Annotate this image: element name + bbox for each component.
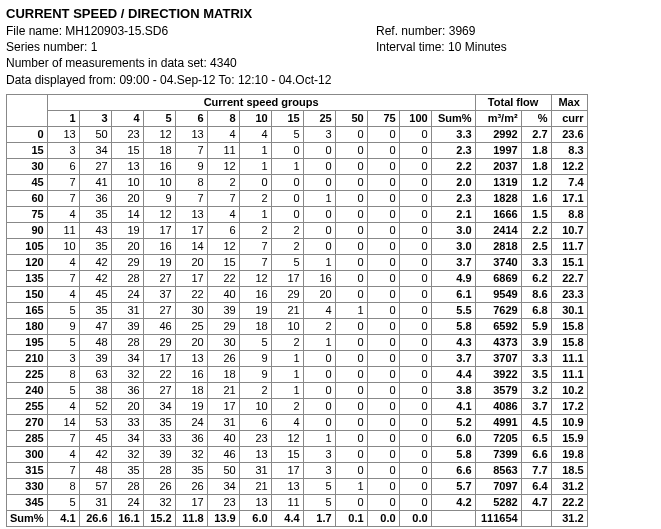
value-cell: 30 xyxy=(175,302,207,318)
value-cell: 28 xyxy=(111,270,143,286)
value-cell: 0 xyxy=(367,190,399,206)
header-row-1: Current speed groups Total flow Max xyxy=(7,94,588,110)
value-cell: 0 xyxy=(303,382,335,398)
value-cell: 7 xyxy=(239,238,271,254)
value-cell: 2 xyxy=(207,174,239,190)
curr-cell: 22.7 xyxy=(551,270,587,286)
curr-cell: 7.4 xyxy=(551,174,587,190)
curr-cell: 15.8 xyxy=(551,334,587,350)
value-cell: 0 xyxy=(303,238,335,254)
value-cell: 17 xyxy=(175,222,207,238)
value-cell: 42 xyxy=(79,254,111,270)
value-cell: 13 xyxy=(175,350,207,366)
curr-cell: 17.1 xyxy=(551,190,587,206)
pct-cell: 1.8 xyxy=(521,158,551,174)
value-cell: 46 xyxy=(143,318,175,334)
value-cell: 41 xyxy=(79,174,111,190)
value-cell: 13 xyxy=(47,126,79,142)
table-row: 2701453333524316400005.249914.510.9 xyxy=(7,414,588,430)
value-cell: 0 xyxy=(335,494,367,510)
value-cell: 0 xyxy=(399,254,431,270)
range-to-label: To: xyxy=(215,73,237,87)
page-title: CURRENT SPEED / DIRECTION MATRIX xyxy=(6,6,655,21)
value-cell: 39 xyxy=(207,302,239,318)
pct-cell: 3.3 xyxy=(521,254,551,270)
value-cell: 0 xyxy=(399,302,431,318)
value-cell: 1 xyxy=(239,142,271,158)
direction-cell: 330 xyxy=(7,478,48,494)
value-cell: 32 xyxy=(111,446,143,462)
value-cell: 2 xyxy=(303,318,335,334)
value-cell: 29 xyxy=(143,334,175,350)
value-cell: 5 xyxy=(47,334,79,350)
value-cell: 4 xyxy=(47,446,79,462)
value-cell: 0 xyxy=(335,190,367,206)
value-cell: 0 xyxy=(367,286,399,302)
value-cell: 36 xyxy=(111,382,143,398)
table-row: 33085728262634211351005.770976.431.2 xyxy=(7,478,588,494)
direction-cell: 225 xyxy=(7,366,48,382)
pct-cell: 6.6 xyxy=(521,446,551,462)
pct-cell: 1.6 xyxy=(521,190,551,206)
table-row: 210339341713269100003.737073.311.1 xyxy=(7,350,588,366)
value-cell: 16 xyxy=(303,270,335,286)
range-label: Data displayed from: xyxy=(6,73,119,87)
value-cell: 11 xyxy=(207,142,239,158)
value-cell: 16 xyxy=(175,366,207,382)
value-cell: 4 xyxy=(47,398,79,414)
value-cell: 12 xyxy=(239,270,271,286)
value-cell: 9 xyxy=(239,366,271,382)
pct-cell: 1.8 xyxy=(521,142,551,158)
table-row: 135742282717221217160004.968696.222.7 xyxy=(7,270,588,286)
value-cell: 0 xyxy=(303,350,335,366)
value-cell: 63 xyxy=(79,366,111,382)
curr-cell: 11.1 xyxy=(551,350,587,366)
direction-cell: 75 xyxy=(7,206,48,222)
header-row-2: 1345681015255075100Sum%m³/m²%curr xyxy=(7,110,588,126)
value-cell: 46 xyxy=(207,446,239,462)
total-flow-header: Total flow xyxy=(475,94,551,110)
footer-pct xyxy=(521,510,551,526)
footer-value-cell: 6.0 xyxy=(239,510,271,526)
direction-cell: 105 xyxy=(7,238,48,254)
value-cell: 21 xyxy=(239,478,271,494)
value-cell: 36 xyxy=(175,430,207,446)
value-cell: 24 xyxy=(111,494,143,510)
value-cell: 0 xyxy=(335,398,367,414)
sum-cell: 2.2 xyxy=(431,158,475,174)
pct-cell: 6.5 xyxy=(521,430,551,446)
value-cell: 20 xyxy=(175,334,207,350)
value-cell: 10 xyxy=(239,398,271,414)
value-cell: 23 xyxy=(239,430,271,446)
value-cell: 15 xyxy=(111,142,143,158)
value-cell: 3 xyxy=(47,142,79,158)
value-cell: 5 xyxy=(47,494,79,510)
value-cell: 0 xyxy=(335,142,367,158)
value-cell: 0 xyxy=(399,478,431,494)
range-line: Data displayed from: 09:00 - 04.Sep-12 T… xyxy=(6,72,655,88)
matrix-table: Current speed groups Total flow Max 1345… xyxy=(6,94,588,527)
speed-col-header: 6 xyxy=(175,110,207,126)
curr-cell: 12.2 xyxy=(551,158,587,174)
value-cell: 0 xyxy=(303,398,335,414)
value-cell: 0 xyxy=(367,302,399,318)
value-cell: 5 xyxy=(47,302,79,318)
pct-cell: 3.3 xyxy=(521,350,551,366)
value-cell: 48 xyxy=(79,334,111,350)
value-cell: 0 xyxy=(271,206,303,222)
value-cell: 20 xyxy=(175,254,207,270)
value-cell: 50 xyxy=(207,462,239,478)
value-cell: 14 xyxy=(175,238,207,254)
speed-col-header: 25 xyxy=(303,110,335,126)
flow-cell: 3707 xyxy=(475,350,521,366)
flow-cell: 3740 xyxy=(475,254,521,270)
direction-cell: 240 xyxy=(7,382,48,398)
value-cell: 0 xyxy=(335,174,367,190)
value-cell: 2 xyxy=(239,222,271,238)
series-label: Series number: xyxy=(6,40,91,54)
value-cell: 20 xyxy=(303,286,335,302)
direction-cell: 90 xyxy=(7,222,48,238)
flow-cell: 7629 xyxy=(475,302,521,318)
value-cell: 0 xyxy=(335,126,367,142)
value-cell: 35 xyxy=(79,206,111,222)
